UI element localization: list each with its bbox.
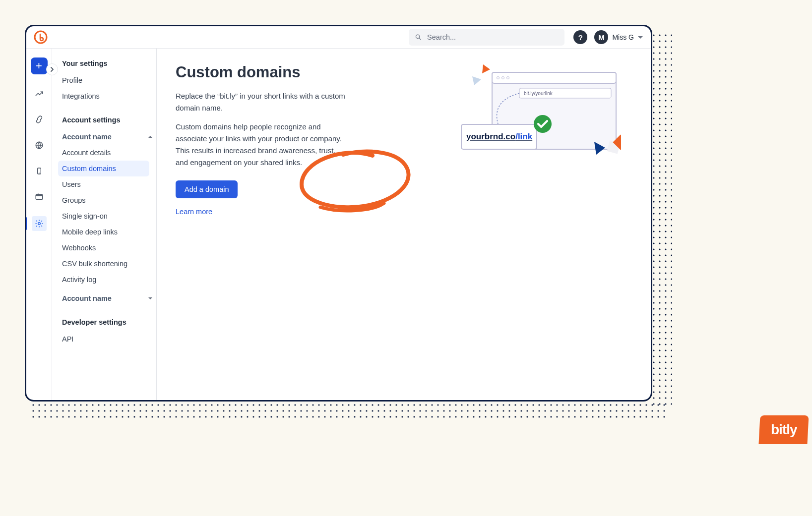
description-1: Replace the “bit.ly” in your short links… — [176, 90, 349, 114]
search-icon — [415, 33, 422, 41]
svg-rect-10 — [36, 195, 43, 200]
user-name: Miss G — [612, 33, 634, 41]
svg-line-6 — [420, 38, 421, 40]
create-new-button[interactable]: + — [31, 57, 48, 74]
avatar: M — [594, 30, 608, 44]
nav-rail: + — [26, 49, 52, 400]
expand-rail-button[interactable] — [46, 63, 58, 75]
learn-more-link[interactable]: Learn more — [176, 208, 212, 216]
sidebar-item-profile[interactable]: Profile — [62, 72, 152, 88]
rail-settings-icon[interactable] — [32, 216, 47, 231]
sidebar-item-custom-domains[interactable]: Custom domains — [58, 161, 149, 176]
sidebar-group-account-name-collapsed[interactable]: Account name — [62, 290, 152, 306]
sidebar-heading-developer-settings: Developer settings — [62, 318, 152, 326]
description-2: Custom domains help people recognize and… — [176, 121, 349, 169]
rail-campaigns-icon[interactable] — [33, 190, 46, 203]
sidebar-group-account-name-expanded[interactable]: Account name — [62, 129, 152, 145]
sidebar-item-mobile-deep-links[interactable]: Mobile deep links — [62, 224, 152, 240]
chevron-up-icon — [148, 136, 152, 138]
main-content: Custom domains Replace the “bit.ly” in y… — [157, 49, 651, 400]
sidebar-heading-account-settings: Account settings — [62, 116, 152, 124]
bitly-logo-icon[interactable] — [33, 30, 48, 45]
svg-point-5 — [416, 35, 420, 38]
sidebar-item-csv-bulk[interactable]: CSV bulk shortening — [62, 256, 152, 272]
sidebar-item-sso[interactable]: Single sign-on — [62, 208, 152, 224]
dots-decoration — [652, 34, 672, 405]
svg-text:yourbrnd.co/link: yourbrnd.co/link — [466, 132, 533, 141]
chevron-down-icon — [638, 36, 643, 39]
bitly-brand-tab: bitly — [758, 415, 809, 444]
search-input[interactable] — [427, 33, 559, 41]
sidebar-group-label: Account name — [62, 133, 112, 141]
user-menu[interactable]: M Miss G — [594, 30, 643, 44]
svg-point-11 — [38, 223, 40, 225]
sidebar-item-groups[interactable]: Groups — [62, 192, 152, 208]
rail-links-icon[interactable] — [33, 113, 46, 126]
sidebar-group-label: Account name — [62, 294, 112, 302]
custom-domain-illustration: bit.ly/yourlink yourbrnd.co/link — [457, 62, 621, 167]
add-domain-button[interactable]: Add a domain — [176, 180, 238, 198]
sidebar-item-activity-log[interactable]: Activity log — [62, 272, 152, 287]
sidebar-item-api[interactable]: API — [62, 331, 152, 347]
sidebar-heading-your-settings: Your settings — [62, 59, 152, 67]
sidebar-item-integrations[interactable]: Integrations — [62, 88, 152, 104]
svg-text:bit.ly/yourlink: bit.ly/yourlink — [524, 91, 553, 96]
top-bar: ? M Miss G — [26, 26, 651, 49]
rail-globe-icon[interactable] — [33, 139, 46, 152]
search-box[interactable] — [409, 29, 564, 46]
sidebar-item-webhooks[interactable]: Webhooks — [62, 240, 152, 256]
svg-point-9 — [39, 172, 39, 173]
svg-point-22 — [534, 115, 552, 133]
svg-rect-1 — [652, 34, 672, 405]
sidebar-item-users[interactable]: Users — [62, 176, 152, 192]
settings-sidebar: Your settings Profile Integrations Accou… — [52, 49, 157, 400]
chevron-down-icon — [148, 297, 152, 299]
dots-decoration — [32, 403, 667, 419]
bitly-brand-label: bitly — [771, 422, 797, 438]
app-window: ? M Miss G + — [25, 25, 652, 401]
svg-rect-13 — [492, 72, 616, 83]
rail-analytics-icon[interactable] — [33, 87, 46, 100]
svg-rect-3 — [32, 403, 667, 419]
chevron-right-icon — [50, 67, 55, 72]
help-button[interactable]: ? — [573, 30, 587, 44]
sidebar-item-account-details[interactable]: Account details — [62, 145, 152, 161]
rail-mobile-icon[interactable] — [33, 165, 46, 177]
